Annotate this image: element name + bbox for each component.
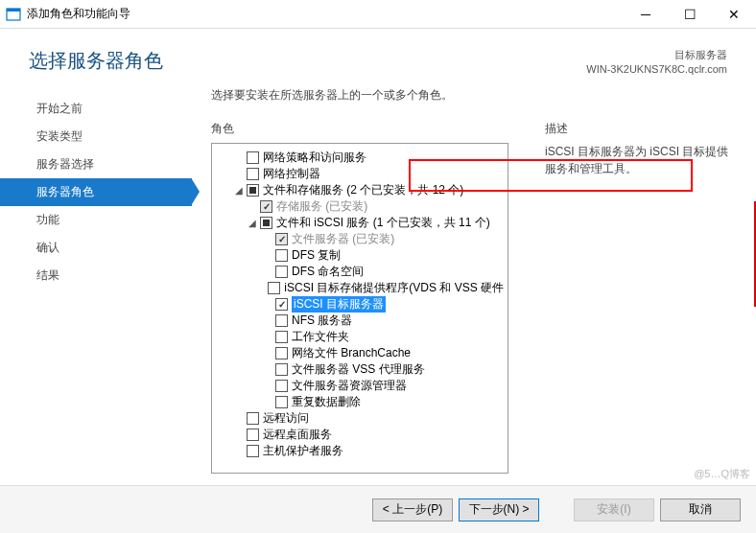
tree-item[interactable]: 文件服务器 VSS 代理服务: [212, 361, 508, 378]
tree-label[interactable]: 文件和存储服务 (2 个已安装，共 12 个): [263, 182, 463, 198]
main-content: 选择要安装在所选服务器上的一个或多个角色。 角色 网络策略和访问服务网络控制器◢…: [192, 87, 756, 490]
checkbox[interactable]: [247, 445, 259, 457]
checkbox[interactable]: [275, 347, 288, 359]
nav-item-0[interactable]: 开始之前: [0, 95, 192, 123]
tree-item[interactable]: 网络文件 BranchCache: [212, 345, 508, 361]
nav-item-6[interactable]: 结果: [0, 262, 192, 290]
checkbox: [260, 200, 272, 213]
close-button[interactable]: ✕: [712, 0, 756, 29]
checkbox[interactable]: [260, 217, 272, 229]
target-server-name: WIN-3K2UKNS7K8C.qclr.com: [586, 62, 727, 77]
tree-label[interactable]: 网络控制器: [263, 166, 320, 182]
cancel-button[interactable]: 取消: [660, 498, 741, 521]
roles-column: 角色 网络策略和访问服务网络控制器◢文件和存储服务 (2 个已安装，共 12 个…: [211, 121, 526, 474]
tree-item[interactable]: 网络控制器: [212, 166, 508, 182]
tree-label[interactable]: 网络策略和访问服务: [263, 150, 366, 166]
checkbox[interactable]: [275, 314, 288, 327]
tree-item[interactable]: 远程桌面服务: [212, 427, 508, 443]
checkbox[interactable]: [247, 151, 259, 164]
wizard-icon: [6, 7, 21, 22]
instruction-text: 选择要安装在所选服务器上的一个或多个角色。: [211, 87, 737, 104]
nav-item-2[interactable]: 服务器选择: [0, 151, 192, 178]
tree-label[interactable]: 文件服务器 VSS 代理服务: [292, 361, 425, 378]
tree-item[interactable]: 存储服务 (已安装): [212, 198, 508, 215]
nav-item-3[interactable]: 服务器角色: [0, 178, 192, 206]
tree-item[interactable]: iSCSI 目标服务器: [212, 296, 508, 313]
tree-label[interactable]: 远程访问: [263, 410, 309, 427]
tree-item[interactable]: iSCSI 目标存储提供程序(VDS 和 VSS 硬件: [212, 280, 508, 296]
nav-item-5[interactable]: 确认: [0, 234, 192, 262]
tree-item[interactable]: 主机保护者服务: [212, 443, 508, 459]
tree-label[interactable]: iSCSI 目标存储提供程序(VDS 和 VSS 硬件: [284, 280, 504, 296]
tree-item[interactable]: DFS 复制: [212, 247, 508, 264]
window-title: 添加角色和功能向导: [27, 6, 624, 22]
tree-item[interactable]: 工作文件夹: [212, 329, 508, 345]
checkbox[interactable]: [247, 184, 259, 197]
maximize-button[interactable]: ☐: [668, 0, 712, 29]
tree-label[interactable]: 重复数据删除: [292, 394, 361, 410]
checkbox[interactable]: [247, 429, 259, 441]
checkbox[interactable]: [275, 298, 288, 311]
tree-label[interactable]: DFS 复制: [292, 247, 341, 264]
tree-label[interactable]: 远程桌面服务: [263, 427, 332, 443]
checkbox[interactable]: [268, 282, 280, 294]
checkbox[interactable]: [275, 396, 288, 408]
tree-label[interactable]: NFS 服务器: [292, 313, 352, 329]
header: 选择服务器角色 目标服务器 WIN-3K2UKNS7K8C.qclr.com: [0, 29, 756, 87]
tree-label[interactable]: 网络文件 BranchCache: [292, 345, 411, 361]
wizard-nav: 开始之前安装类型服务器选择服务器角色功能确认结果: [0, 87, 192, 490]
checkbox: [275, 233, 288, 245]
target-server-info: 目标服务器 WIN-3K2UKNS7K8C.qclr.com: [586, 48, 727, 78]
description-text: iSCSI 目标服务器为 iSCSI 目标提供服务和管理工具。: [545, 143, 737, 177]
tree-label[interactable]: 文件服务器资源管理器: [292, 378, 407, 394]
checkbox[interactable]: [275, 380, 288, 392]
tree-label[interactable]: iSCSI 目标服务器: [292, 296, 386, 313]
tree-item[interactable]: ◢文件和存储服务 (2 个已安装，共 12 个): [212, 182, 508, 198]
install-button: 安装(I): [574, 498, 654, 521]
prev-button[interactable]: < 上一步(P): [372, 498, 453, 521]
titlebar: 添加角色和功能向导 ─ ☐ ✕: [0, 0, 756, 29]
collapse-icon[interactable]: ◢: [247, 215, 258, 231]
roles-tree[interactable]: 网络策略和访问服务网络控制器◢文件和存储服务 (2 个已安装，共 12 个)存储…: [211, 143, 508, 474]
description-label: 描述: [545, 121, 737, 137]
nav-item-1[interactable]: 安装类型: [0, 123, 192, 151]
tree-item[interactable]: 网络策略和访问服务: [212, 150, 508, 166]
tree-item[interactable]: NFS 服务器: [212, 313, 508, 329]
checkbox[interactable]: [275, 266, 288, 278]
roles-label: 角色: [211, 121, 526, 137]
window-controls: ─ ☐ ✕: [624, 0, 756, 29]
checkbox[interactable]: [275, 331, 288, 343]
target-label: 目标服务器: [586, 48, 727, 62]
tree-item[interactable]: 文件服务器 (已安装): [212, 231, 508, 247]
checkbox[interactable]: [275, 249, 288, 262]
tree-item[interactable]: ◢文件和 iSCSI 服务 (1 个已安装，共 11 个): [212, 215, 508, 231]
tree-label[interactable]: 文件服务器 (已安装): [292, 231, 394, 247]
tree-label[interactable]: 文件和 iSCSI 服务 (1 个已安装，共 11 个): [276, 215, 490, 231]
svg-rect-1: [7, 9, 20, 12]
next-button[interactable]: 下一步(N) >: [459, 498, 539, 521]
tree-label[interactable]: 主机保护者服务: [263, 443, 343, 459]
collapse-icon[interactable]: ◢: [233, 182, 245, 198]
watermark: @5…Q博客: [694, 467, 750, 481]
tree-label[interactable]: DFS 命名空间: [292, 264, 364, 280]
page-title: 选择服务器角色: [29, 48, 586, 74]
checkbox[interactable]: [275, 363, 288, 376]
tree-item[interactable]: 重复数据删除: [212, 394, 508, 410]
minimize-button[interactable]: ─: [624, 0, 668, 29]
tree-label[interactable]: 存储服务 (已安装): [276, 198, 367, 215]
tree-item[interactable]: 远程访问: [212, 410, 508, 427]
wizard-footer: < 上一步(P) 下一步(N) > 安装(I) 取消: [0, 485, 756, 533]
tree-item[interactable]: 文件服务器资源管理器: [212, 378, 508, 394]
description-column: 描述 iSCSI 目标服务器为 iSCSI 目标提供服务和管理工具。: [545, 121, 737, 474]
nav-item-4[interactable]: 功能: [0, 206, 192, 234]
checkbox[interactable]: [247, 168, 259, 180]
checkbox[interactable]: [247, 412, 259, 425]
tree-label[interactable]: 工作文件夹: [292, 329, 349, 345]
tree-item[interactable]: DFS 命名空间: [212, 264, 508, 280]
